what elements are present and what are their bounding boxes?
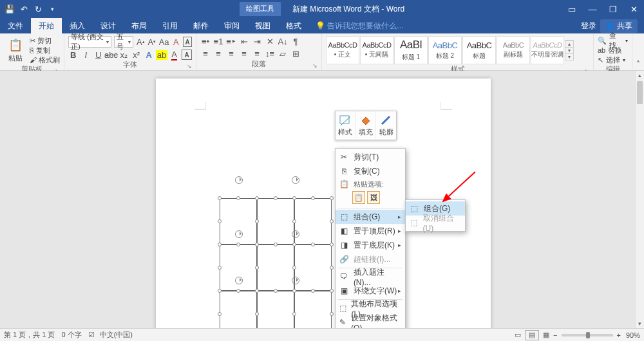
redo-icon[interactable]: ↻ bbox=[32, 3, 44, 15]
scroll-thumb[interactable] bbox=[637, 81, 643, 104]
rotation-handle-icon[interactable] bbox=[292, 277, 299, 284]
selected-shapes[interactable] bbox=[220, 198, 332, 328]
bullets-icon[interactable]: ≡• bbox=[200, 36, 211, 46]
style-gallery[interactable]: AaBbCcD• 正文 AaBbCcD• 无间隔 AaBl标题 1 AaBbC标… bbox=[326, 36, 574, 64]
tab-file[interactable]: 文件 bbox=[0, 18, 31, 33]
read-mode-icon[interactable]: ▭ bbox=[511, 330, 525, 340]
align-left-icon[interactable]: ≡ bbox=[200, 48, 211, 59]
numbering-icon[interactable]: ≡1 bbox=[213, 36, 223, 46]
mini-outline-button[interactable]: 轮廓 bbox=[376, 111, 396, 140]
page-indicator[interactable]: 第 1 页，共 1 页 bbox=[4, 330, 55, 340]
show-hide-icon[interactable]: ¶ bbox=[290, 36, 301, 46]
mini-toolbar[interactable]: 样式 填充 轮廓 bbox=[335, 111, 397, 140]
align-center-icon[interactable]: ≡ bbox=[213, 48, 223, 59]
undo-icon[interactable]: ↶ bbox=[18, 3, 30, 15]
tab-design[interactable]: 设计 bbox=[93, 18, 124, 33]
style-subtitle[interactable]: AaBbC副标题 bbox=[497, 36, 530, 64]
scroll-up-icon[interactable]: ▴ bbox=[636, 71, 644, 80]
rotation-handle-icon[interactable] bbox=[235, 230, 243, 238]
para-launcher[interactable]: ↘ bbox=[312, 62, 317, 69]
style-subtle-emphasis[interactable]: AaBbCcD不明显强调 bbox=[531, 36, 564, 64]
char-border-icon[interactable]: A bbox=[183, 37, 192, 47]
tab-mailings[interactable]: 邮件 bbox=[185, 18, 216, 33]
borders-icon[interactable]: ⊞ bbox=[290, 48, 301, 59]
web-layout-icon[interactable]: ▦ bbox=[539, 330, 553, 340]
superscript-icon[interactable]: x² bbox=[131, 50, 141, 60]
justify-icon[interactable]: ≡ bbox=[239, 48, 249, 59]
font-color-icon[interactable]: A bbox=[169, 50, 179, 60]
underline-icon[interactable]: U bbox=[93, 50, 103, 60]
rotation-handle-icon[interactable] bbox=[292, 230, 299, 238]
word-count[interactable]: 0 个字 bbox=[61, 330, 81, 340]
ribbon-options-icon[interactable]: ▭ bbox=[562, 0, 582, 18]
replace-button[interactable]: ab替换 bbox=[598, 46, 628, 55]
distribute-icon[interactable]: ≡ bbox=[252, 48, 262, 59]
grow-font-icon[interactable]: A▴ bbox=[136, 37, 145, 47]
rotation-handle-icon[interactable] bbox=[235, 176, 243, 184]
zoom-level[interactable]: 90% bbox=[626, 331, 640, 339]
style-normal[interactable]: AaBbCcD• 正文 bbox=[326, 36, 359, 64]
font-size-combo[interactable]: 五号▾ bbox=[114, 36, 133, 48]
scroll-down-icon[interactable]: ▾ bbox=[636, 319, 644, 328]
style-title[interactable]: AaBbC标题 bbox=[462, 36, 496, 64]
vertical-scrollbar[interactable]: ▴ ▾ bbox=[635, 71, 644, 328]
zoom-plus[interactable]: + bbox=[617, 331, 621, 339]
rotation-handle-icon[interactable] bbox=[292, 176, 299, 184]
mini-fill-button[interactable]: 填充 bbox=[356, 111, 377, 140]
highlight-icon[interactable]: ab bbox=[156, 50, 167, 60]
spellcheck-icon[interactable]: ☑ bbox=[88, 331, 95, 339]
ctx-cut[interactable]: ✂剪切(T) bbox=[336, 150, 405, 164]
sort-icon[interactable]: A↓ bbox=[278, 36, 288, 46]
line-spacing-icon[interactable]: ↕≡ bbox=[265, 48, 275, 59]
close-icon[interactable]: ✕ bbox=[623, 0, 644, 18]
style-no-spacing[interactable]: AaBbCcD• 无间隔 bbox=[360, 36, 393, 64]
ctx-insert-caption[interactable]: 🗨插入题注(N)... bbox=[336, 270, 405, 284]
document-area[interactable] bbox=[0, 71, 635, 328]
save-icon[interactable]: 💾 bbox=[4, 3, 15, 15]
sign-in-link[interactable]: 登录 bbox=[581, 21, 596, 32]
tab-layout[interactable]: 布局 bbox=[124, 18, 155, 33]
restore-icon[interactable]: ❐ bbox=[603, 0, 623, 18]
zoom-thumb[interactable] bbox=[586, 332, 590, 338]
multilevel-icon[interactable]: ≡‣ bbox=[226, 36, 236, 46]
style-heading2[interactable]: AaBbC标题 2 bbox=[428, 36, 462, 64]
ctx-send-back[interactable]: ◨置于底层(K)▸ bbox=[336, 238, 405, 252]
asian-layout-icon[interactable]: ✕ bbox=[265, 36, 275, 46]
align-right-icon[interactable]: ≡ bbox=[226, 48, 236, 59]
mini-style-button[interactable]: 样式 bbox=[336, 111, 356, 140]
change-case-icon[interactable]: Aa bbox=[159, 37, 169, 47]
find-button[interactable]: 🔍查找▾ bbox=[598, 36, 628, 45]
style-heading1[interactable]: AaBl标题 1 bbox=[394, 36, 428, 64]
bold-icon[interactable]: B bbox=[68, 50, 78, 60]
print-layout-icon[interactable]: ▤ bbox=[525, 330, 539, 340]
tab-review[interactable]: 审阅 bbox=[216, 18, 247, 33]
italic-icon[interactable]: I bbox=[80, 50, 90, 60]
ctx-copy[interactable]: ⎘复制(C) bbox=[336, 164, 405, 178]
ctx-bring-front[interactable]: ◧置于顶层(R)▸ bbox=[336, 224, 405, 238]
copy-button[interactable]: ⎘复制 bbox=[30, 46, 60, 55]
font-launcher[interactable]: ↘ bbox=[187, 63, 192, 69]
tab-format[interactable]: 格式 bbox=[278, 18, 309, 33]
font-family-combo[interactable]: 等线 (西文正)▾ bbox=[68, 36, 111, 48]
minimize-icon[interactable]: — bbox=[582, 0, 603, 18]
cut-button[interactable]: ✂剪切 bbox=[30, 36, 60, 45]
style-gallery-scroll[interactable]: ▴▾▾ bbox=[565, 40, 574, 60]
zoom-slider[interactable] bbox=[562, 334, 613, 336]
ctx-wrap-text[interactable]: ▣环绕文字(W)▸ bbox=[336, 284, 405, 298]
collapse-ribbon-icon[interactable]: ˄ bbox=[632, 33, 644, 70]
tab-view[interactable]: 视图 bbox=[247, 18, 278, 33]
increase-indent-icon[interactable]: ⇥ bbox=[252, 36, 262, 46]
rotation-handle-icon[interactable] bbox=[235, 277, 243, 284]
decrease-indent-icon[interactable]: ⇤ bbox=[239, 36, 249, 46]
tab-insert[interactable]: 插入 bbox=[62, 18, 93, 33]
tab-home[interactable]: 开始 bbox=[31, 18, 62, 33]
zoom-minus[interactable]: − bbox=[553, 331, 557, 339]
shading-icon[interactable]: ▱ bbox=[278, 48, 288, 59]
tab-references[interactable]: 引用 bbox=[155, 18, 185, 33]
select-button[interactable]: ↖选择▾ bbox=[598, 55, 628, 64]
format-painter-button[interactable]: 🖌格式刷 bbox=[30, 55, 60, 64]
strikethrough-icon[interactable]: abc bbox=[106, 50, 116, 60]
ctx-format-object[interactable]: ✎设置对象格式(O)... bbox=[336, 315, 405, 329]
shrink-font-icon[interactable]: A▾ bbox=[147, 37, 156, 47]
paste-picture-icon[interactable]: 🖼 bbox=[367, 191, 380, 204]
